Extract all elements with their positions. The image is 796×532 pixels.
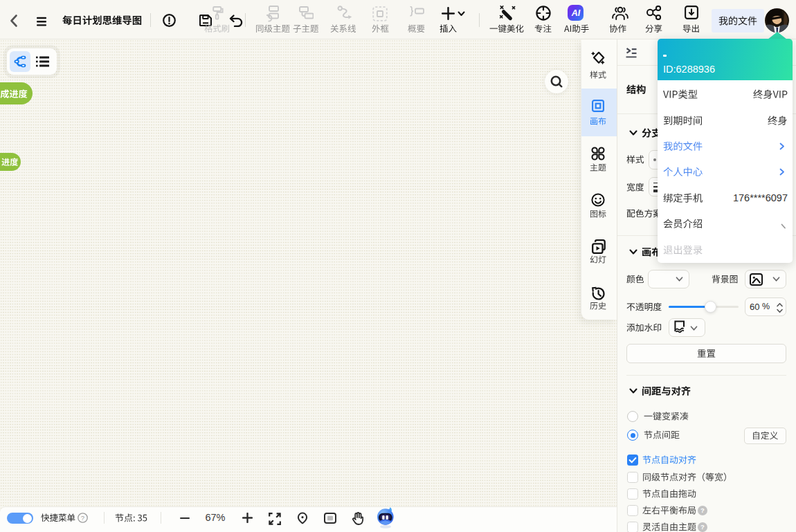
svg-text:?: ? <box>700 523 705 531</box>
svg-text:?: ? <box>81 514 84 522</box>
svg-text:AI: AI <box>571 8 581 18</box>
svg-text:?: ? <box>700 506 705 514</box>
